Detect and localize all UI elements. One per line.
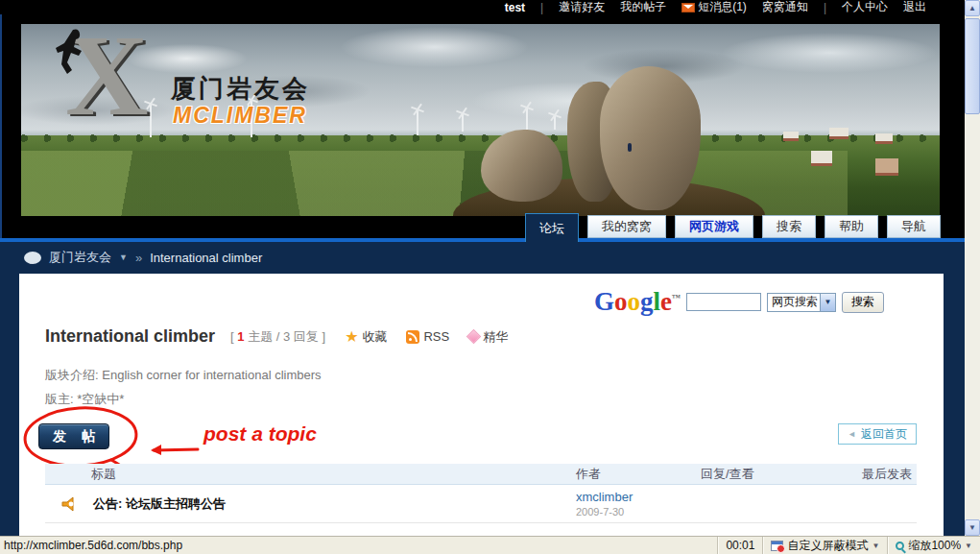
banner-boulder-big xyxy=(600,66,701,210)
wind-turbine-icon xyxy=(462,114,464,132)
tab-navigation[interactable]: 导航 xyxy=(887,215,941,238)
star-icon: ★ xyxy=(345,327,358,346)
climber-silhouette-icon xyxy=(54,26,92,84)
annotation-text: post a topic xyxy=(203,422,317,446)
author-link[interactable]: xmclimber xyxy=(576,490,701,504)
google-logo: Google™ xyxy=(594,289,681,315)
breadcrumb-current: International climber xyxy=(150,251,262,265)
breadcrumb-separator: » xyxy=(135,251,142,265)
forum-moderator: 版主: *空缺中* xyxy=(45,391,124,408)
forum-description: 版块介绍: English corner for international c… xyxy=(45,367,322,384)
main-area: 厦门岩友会 ▼ » International climber Google™ … xyxy=(0,242,965,536)
topic-title-link[interactable]: 公告: 论坛版主招聘公告 xyxy=(93,495,226,513)
trademark: ™ xyxy=(672,293,681,302)
divider: | xyxy=(824,1,826,14)
table-row: 攀岩活动计划及报名入口 xmclimber 无极 xyxy=(45,523,917,536)
back-home-button[interactable]: ◄ 返回首页 xyxy=(838,423,917,445)
digest-action[interactable]: 精华 xyxy=(468,328,508,346)
topbar-link-notices[interactable]: 窝窝通知 xyxy=(762,0,808,15)
tab-forum[interactable]: 论坛 xyxy=(525,213,579,242)
table-header: 标题 作者 回复/查看 最后发表 xyxy=(45,464,917,485)
main-nav-tabs: 论坛 我的窝窝 网页游戏 搜索 帮助 导航 xyxy=(525,209,941,238)
village-house xyxy=(783,132,799,141)
logo-chinese-name: 厦门岩友会 xyxy=(171,72,310,106)
header-lastpost: 最后发表 xyxy=(806,466,917,483)
divider: | xyxy=(540,1,543,14)
breadcrumb: 厦门岩友会 ▼ » International climber xyxy=(24,242,262,273)
village-house xyxy=(875,133,893,144)
vertical-scrollbar[interactable]: ▲ ▼ xyxy=(965,0,980,536)
gem-icon xyxy=(466,329,482,345)
scrollbar-thumb[interactable] xyxy=(965,18,980,114)
google-search-bar: Google™ 网页搜索 ▼ 搜索 xyxy=(594,289,884,315)
post-topic-button[interactable]: 发 帖 xyxy=(38,423,109,449)
scroll-down-icon[interactable]: ▼ xyxy=(965,519,980,536)
rss-icon xyxy=(406,330,419,344)
logo-english-name: MCLIMBER xyxy=(173,103,307,129)
browser-status-bar: http://xmclimber.5d6d.com/bbs.php 00:01 … xyxy=(0,536,980,554)
tab-help[interactable]: 帮助 xyxy=(825,215,878,238)
forum-title-row: International climber [ 1 主题 / 3 回复 ] ★ … xyxy=(45,326,508,347)
forum-title: International climber xyxy=(45,326,215,347)
user-topbar: test | 邀请好友 我的帖子 短消息(1) 窝窝通知 | 个人中心 退出 xyxy=(0,0,965,14)
envelope-icon xyxy=(681,3,695,12)
banner: X 厦门岩友会 MCLIMBER 论坛 我的窝窝 网页游戏 搜索 帮助 导航 xyxy=(0,14,965,238)
zoom-control[interactable]: 缩放100% ▼ xyxy=(887,537,980,554)
browser-page: test | 邀请好友 我的帖子 短消息(1) 窝窝通知 | 个人中心 退出 xyxy=(0,0,980,554)
wind-turbine-icon xyxy=(417,110,418,135)
favorite-action[interactable]: ★ 收藏 xyxy=(345,327,387,346)
topbar-link-usercenter[interactable]: 个人中心 xyxy=(842,0,888,15)
topic-count: 1 xyxy=(237,329,244,344)
climber-figure xyxy=(628,143,632,152)
wind-turbine-icon xyxy=(554,116,556,130)
block-mode-control[interactable]: 自定义屏蔽模式 ▼ xyxy=(762,537,887,554)
chevron-down-icon[interactable]: ▼ xyxy=(820,294,835,311)
site-logo: X 厦门岩友会 MCLIMBER xyxy=(48,32,365,157)
village-house xyxy=(829,128,849,139)
scroll-up-icon[interactable]: ▲ xyxy=(965,0,980,16)
table-row: 公告: 论坛版主招聘公告 xmclimber 2009-7-30 xyxy=(45,485,917,523)
forum-card: Google™ 网页搜索 ▼ 搜索 International climber … xyxy=(19,274,944,536)
topic-table: 标题 作者 回复/查看 最后发表 公告: 论坛版主招聘公告 xmclimber … xyxy=(45,464,917,536)
tab-web-games[interactable]: 网页游戏 xyxy=(675,215,753,238)
post-date: 2009-7-30 xyxy=(576,506,701,518)
header-title: 标题 xyxy=(45,466,576,483)
chevron-down-icon[interactable]: ▼ xyxy=(872,542,879,550)
google-search-button[interactable]: 搜索 xyxy=(842,292,884,313)
username[interactable]: test xyxy=(505,1,525,14)
forum-stats: [ 1 主题 / 3 回复 ] xyxy=(230,328,325,346)
banner-photo: X 厦门岩友会 MCLIMBER xyxy=(21,24,940,216)
search-type-select[interactable]: 网页搜索 ▼ xyxy=(767,293,836,312)
tab-my-space[interactable]: 我的窝窝 xyxy=(587,215,666,238)
megaphone-icon xyxy=(45,496,93,512)
chevron-down-icon[interactable]: ▼ xyxy=(119,253,128,262)
village-house xyxy=(875,158,898,176)
topbar-link-myposts[interactable]: 我的帖子 xyxy=(620,0,666,15)
village-house xyxy=(811,151,832,166)
header-author: 作者 xyxy=(576,466,701,483)
magnifier-icon xyxy=(896,542,904,550)
breadcrumb-root[interactable]: 厦门岩友会 xyxy=(49,249,111,266)
status-url: http://xmclimber.5d6d.com/bbs.php xyxy=(0,539,717,552)
topbar-link-logout[interactable]: 退出 xyxy=(903,0,926,15)
rss-action[interactable]: RSS xyxy=(406,329,449,344)
chevron-down-icon[interactable]: ▼ xyxy=(965,542,972,550)
header-replies: 回复/查看 xyxy=(701,466,806,483)
topbar-link-invite[interactable]: 邀请好友 xyxy=(559,0,605,15)
block-mode-icon xyxy=(771,541,783,551)
chevron-left-icon: ◄ xyxy=(848,429,856,439)
speech-bubble-icon xyxy=(24,252,41,264)
status-time: 00:01 xyxy=(717,537,762,554)
tab-search[interactable]: 搜索 xyxy=(762,215,816,238)
google-search-input[interactable] xyxy=(686,293,761,311)
topbar-link-messages[interactable]: 短消息(1) xyxy=(681,0,747,15)
